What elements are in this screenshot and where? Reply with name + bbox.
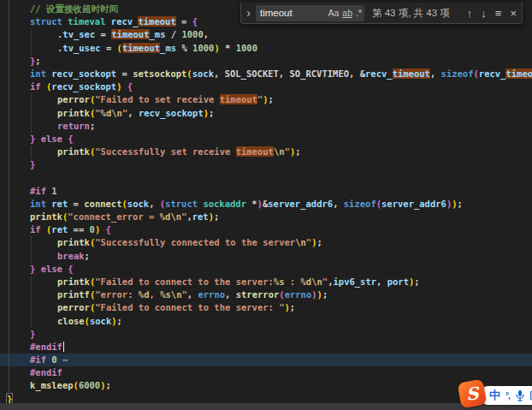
code-token: ; — [214, 211, 219, 222]
indent-guide — [31, 120, 32, 133]
code-token: %d — [139, 289, 150, 300]
code-token: = — [176, 16, 192, 27]
find-results-count: 第 43 项, 共 43 项 — [372, 7, 450, 20]
code-token: printk — [57, 108, 90, 118]
code-line[interactable]: #endif — [0, 341, 532, 354]
ime-toolbar: 中 °, S — [459, 380, 532, 409]
code-token: } — [30, 329, 35, 339]
microphone-icon[interactable] — [515, 389, 525, 401]
code-token: { — [68, 264, 73, 274]
code-line[interactable]: perror("Failed to set receive timeout"); — [0, 93, 532, 106]
find-in-selection-button[interactable]: ≡ — [495, 8, 502, 19]
code-line[interactable]: } — [0, 158, 532, 171]
code-line[interactable]: perror("Failed to connect to the server:… — [0, 301, 532, 314]
code-line[interactable] — [0, 171, 532, 184]
find-nav-buttons: ↑ ↓ ≡ × — [467, 8, 517, 19]
code-line[interactable]: printf("error: %d, %s\n", errno, strerro… — [0, 288, 532, 301]
code-token: "Successfully connected to the server — [95, 237, 295, 247]
code-line[interactable]: .tv_sec = timeout_ms / 1000, — [0, 28, 532, 41]
code-token: timeout — [220, 94, 257, 104]
code-token: ; — [117, 316, 122, 326]
code-line[interactable]: printk("Failed to connect to the server:… — [0, 276, 532, 288]
code-token: errno — [285, 289, 312, 300]
code-token: { — [127, 81, 133, 92]
find-input-container: Aa ab .* — [256, 5, 364, 21]
code-line[interactable]: } — [0, 328, 532, 341]
code-token: 1 — [51, 186, 56, 196]
toggle-replace-chevron-icon[interactable]: › — [244, 7, 253, 19]
code-line[interactable]: int ret = connect(sock, (struct sockaddr… — [0, 198, 532, 211]
code-token: \n — [170, 211, 181, 222]
code-token: ; — [269, 94, 274, 104]
code-token: sock — [90, 316, 111, 326]
match-case-button[interactable]: Aa — [328, 8, 339, 18]
indent-guide — [31, 236, 32, 249]
code-line[interactable]: int recv_sockopt = setsockopt(sock, SOL_… — [0, 68, 532, 80]
code-token: 1000 — [192, 43, 214, 53]
code-token: sock — [192, 68, 214, 79]
close-find-button[interactable]: × — [510, 8, 517, 19]
code-token: if — [30, 224, 41, 235]
code-line[interactable]: #if 0 ⋯ — [0, 354, 532, 366]
indent-guide — [31, 146, 32, 158]
sogou-logo[interactable]: S — [458, 379, 488, 409]
code-line[interactable]: #endif — [0, 366, 532, 379]
chinese-mode-button[interactable]: 中 — [489, 388, 500, 403]
code-token: ret — [51, 224, 68, 235]
code-line[interactable]: printk("Successfully connected to the se… — [0, 236, 532, 249]
code-token: sockaddr — [203, 199, 246, 209]
code-token: "Failed to set receive — [95, 94, 219, 104]
code-line[interactable]: printk("connect_error = %d\n",ret); — [0, 211, 532, 223]
code-line[interactable]: } else { — [0, 133, 532, 146]
code-token: printk — [30, 211, 62, 222]
indent-guide — [31, 28, 32, 41]
code-editor[interactable]: // 设置接收超时时间struct timeval recv_timeout =… — [0, 0, 532, 406]
code-token: recv_sockopt — [139, 108, 204, 118]
code-line[interactable]: k_msleep(6000); — [0, 379, 532, 392]
whole-word-button[interactable]: ab — [342, 8, 352, 18]
code-token: \n — [274, 146, 285, 157]
punctuation-mode-button[interactable]: °, — [505, 391, 510, 401]
code-token: #if — [30, 186, 46, 196]
code-token: timeout — [111, 29, 149, 39]
previous-match-button[interactable]: ↑ — [467, 8, 473, 19]
window-bottom-edge — [0, 403, 532, 410]
code-token: ; — [290, 302, 295, 312]
code-token: , — [333, 199, 344, 209]
sogou-logo-letter: S — [465, 384, 479, 402]
code-token: printk — [57, 146, 90, 157]
find-input[interactable] — [260, 8, 324, 18]
code-token: %s — [160, 289, 171, 300]
code-token: recv_ — [479, 68, 506, 79]
code-token: , — [187, 289, 198, 300]
screen: { "colors": { "c": "#6A9955", "k": "#569… — [0, 0, 532, 410]
code-line[interactable]: close(sock); — [0, 315, 532, 328]
code-line[interactable]: if (recv_sockopt) { — [0, 80, 532, 93]
indent-guide — [31, 315, 32, 328]
code-line[interactable]: .tv_usec = (timeout_ms % 1000) * 1000 — [0, 42, 532, 55]
code-line[interactable]: }; — [0, 55, 532, 68]
code-token: , — [225, 289, 236, 300]
code-token: printf — [57, 289, 90, 300]
code-line[interactable]: printk("%d\n", recv_sockopt); — [0, 107, 532, 120]
code-token: , — [214, 68, 225, 79]
code-token: tv_usec — [62, 43, 100, 53]
code-line[interactable]: } else { — [0, 263, 532, 276]
code-token: struct — [30, 16, 62, 27]
code-line[interactable]: break; — [0, 250, 532, 263]
regex-button[interactable]: .* — [356, 8, 362, 18]
code-token: ; — [414, 276, 419, 287]
code-line[interactable]: #if 1 — [0, 185, 532, 198]
code-token: sizeof — [344, 199, 376, 209]
code-token: timeout — [393, 68, 430, 79]
code-token: } — [7, 394, 12, 404]
code-token: timeout — [505, 68, 532, 79]
code-line[interactable]: printk("Successfully set receive timeout… — [0, 146, 532, 158]
next-match-button[interactable]: ↓ — [481, 8, 487, 19]
code-token: , — [349, 68, 360, 79]
code-line[interactable]: if (ret == 0) { — [0, 223, 532, 236]
code-token: \n — [295, 237, 306, 247]
code-line[interactable]: return; — [0, 120, 532, 133]
code-token: return — [57, 121, 90, 131]
indent-guide — [31, 250, 32, 263]
